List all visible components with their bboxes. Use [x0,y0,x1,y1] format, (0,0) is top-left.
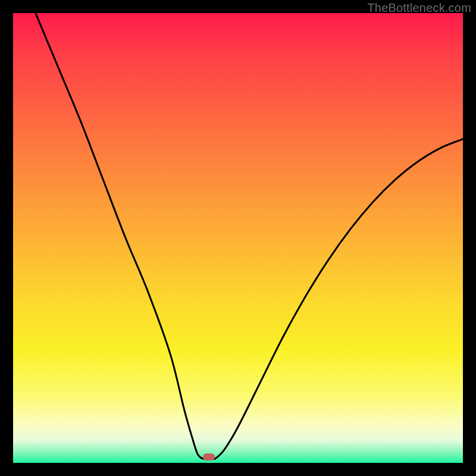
plot-area [13,13,463,463]
bottleneck-curve [13,13,463,463]
chart-frame: TheBottleneck.com [0,0,476,476]
optimal-point-marker [203,453,215,461]
